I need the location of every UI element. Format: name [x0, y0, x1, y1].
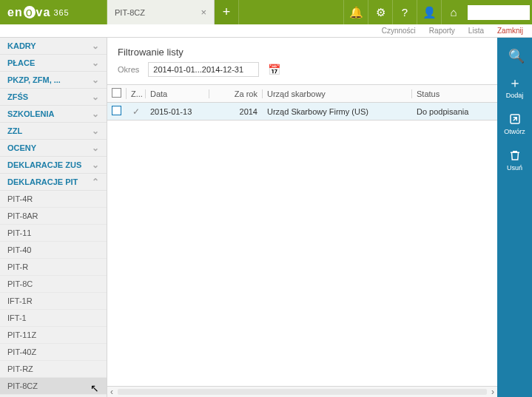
sublink-list[interactable]: Lista [468, 27, 484, 35]
sidebar-item-label: PIT-40Z [7, 347, 36, 356]
sidebar-item-label: PIT-RZ [7, 364, 33, 373]
sidebar-group-kadry[interactable]: KADRY⌄ [0, 38, 107, 55]
sublink-actions[interactable]: Czynności [382, 27, 416, 35]
sidebar-item-pit-11z[interactable]: PIT-11Z [0, 327, 107, 344]
sidebar-group-label: PŁACE [7, 58, 35, 67]
bell-icon: 🔔 [349, 6, 363, 19]
sidebar-group-deklaracje-zus[interactable]: DEKLARACJE ZUS⌄ [0, 157, 107, 174]
row-locked-icon: ✓ [127, 106, 146, 117]
column-status[interactable]: Status [412, 89, 497, 98]
sidebar-item-label: PIT-11 [7, 228, 31, 237]
sidebar-item-pit-r[interactable]: PIT-R [0, 259, 107, 276]
app-logo: enova 365 [0, 0, 107, 24]
sidebar-group-oceny[interactable]: OCENY⌄ [0, 140, 107, 157]
cell-rok: 2014 [209, 107, 263, 116]
chevron-down-icon: ⌄ [92, 92, 99, 102]
open-action[interactable]: Otwórz [497, 106, 532, 143]
notifications-button[interactable]: 🔔 [343, 0, 368, 24]
action-label: Otwórz [504, 128, 525, 135]
chevron-down-icon: ⌄ [92, 58, 99, 68]
plus-icon: + [223, 4, 231, 20]
scroll-right-icon[interactable]: › [491, 387, 494, 397]
data-grid: Z... Data Za rok Urząd skarbowy Status ✓… [107, 84, 497, 397]
sidebar-group-label: ZFŚS [7, 92, 28, 101]
home-icon: ⌂ [450, 6, 457, 18]
question-icon: ? [402, 6, 408, 18]
tab-title: PIT-8CZ [115, 8, 145, 17]
sidebar-group-zfss[interactable]: ZFŚS⌄ [0, 89, 107, 106]
sidebar: KADRY⌄ PŁACE⌄ PKZP, ZFM, ...⌄ ZFŚS⌄ SZKO… [0, 38, 107, 397]
add-action[interactable]: ＋ Dodaj [497, 70, 532, 106]
document-tab[interactable]: PIT-8CZ × [107, 0, 215, 24]
sidebar-item-label: PIT-R [7, 262, 28, 271]
action-label: Dodaj [506, 92, 524, 99]
topbar: enova 365 PIT-8CZ × + 🔔 ⚙ ? 👤 ⌂ [0, 0, 532, 24]
sidebar-group-pkzp[interactable]: PKZP, ZFM, ...⌄ [0, 72, 107, 89]
chevron-up-icon: ⌃ [92, 177, 99, 187]
cell-urzad: Urząd Skarbowy Firmy (US) [263, 107, 412, 116]
sidebar-item-pit-rz[interactable]: PIT-RZ [0, 361, 107, 378]
cell-status: Do podpisania [412, 107, 497, 116]
filter-okres-input[interactable]: 2014-01-01...2014-12-31 [148, 62, 259, 77]
scroll-left-icon[interactable]: ‹ [110, 387, 113, 397]
scroll-track[interactable] [118, 389, 487, 395]
column-urzad[interactable]: Urząd skarbowy [263, 89, 412, 98]
home-button[interactable]: ⌂ [441, 0, 465, 24]
settings-button[interactable]: ⚙ [368, 0, 392, 24]
header-checkbox[interactable] [107, 88, 127, 99]
sidebar-item-pit-8c[interactable]: PIT-8C [0, 276, 107, 293]
search-icon: 🔍 [508, 50, 522, 63]
cell-data: 2015-01-13 [146, 107, 209, 116]
sidebar-group-label: DEKLARACJE PIT [7, 177, 78, 186]
subbar: Czynności Raporty Lista Zamknij [0, 24, 532, 38]
add-tab-button[interactable]: + [215, 0, 239, 24]
search-action[interactable]: 🔍 [497, 44, 532, 70]
column-z[interactable]: Z... [127, 89, 146, 98]
sidebar-group-deklaracje-pit[interactable]: DEKLARACJE PIT⌃ [0, 174, 107, 191]
logo-suffix: 365 [53, 8, 69, 17]
sidebar-item-label: IFT-1 [7, 313, 27, 322]
action-label: Usuń [507, 164, 522, 172]
user-button[interactable]: 👤 [417, 0, 441, 24]
filter-row: Okres 2014-01-01...2014-12-31 📅 [107, 62, 497, 84]
column-data[interactable]: Data [146, 89, 209, 98]
top-search [465, 0, 532, 24]
sidebar-item-ift-1r[interactable]: IFT-1R [0, 293, 107, 310]
logo-accent: o [24, 6, 36, 18]
sidebar-group-label: KADRY [7, 41, 36, 50]
sidebar-group-zzl[interactable]: ZZL⌄ [0, 123, 107, 140]
chevron-down-icon: ⌄ [92, 41, 99, 51]
delete-action[interactable]: Usuń [497, 143, 532, 179]
column-rok[interactable]: Za rok [209, 89, 263, 98]
row-checkbox[interactable] [107, 106, 127, 117]
sidebar-group-place[interactable]: PŁACE⌄ [0, 55, 107, 72]
sublink-close[interactable]: Zamknij [497, 27, 523, 35]
sidebar-group-label: DEKLARACJE ZUS [7, 160, 81, 169]
sidebar-item-label: PIT-11Z [7, 330, 36, 339]
sidebar-group-szkolenia[interactable]: SZKOLENIA⌄ [0, 106, 107, 123]
open-icon [508, 112, 522, 126]
sidebar-item-label: PIT-8C [7, 279, 33, 288]
help-button[interactable]: ? [392, 0, 417, 24]
chevron-down-icon: ⌄ [92, 160, 99, 170]
sidebar-item-pit-11[interactable]: PIT-11 [0, 225, 107, 242]
close-icon[interactable]: × [201, 7, 206, 18]
logo-part: en [7, 6, 23, 18]
sidebar-item-pit-8ar[interactable]: PIT-8AR [0, 208, 107, 225]
sidebar-item-pit-40[interactable]: PIT-40 [0, 242, 107, 259]
sidebar-item-ift-1[interactable]: IFT-1 [0, 310, 107, 327]
table-row[interactable]: ✓ 2015-01-13 2014 Urząd Skarbowy Firmy (… [107, 103, 497, 121]
sidebar-item-label: PIT-40 [7, 245, 31, 254]
sidebar-item-pit-4r[interactable]: PIT-4R [0, 191, 107, 208]
sidebar-group-label: SZKOLENIA [7, 109, 55, 118]
sublink-reports[interactable]: Raporty [429, 27, 455, 35]
sidebar-item-pit-40z[interactable]: PIT-40Z [0, 344, 107, 361]
chevron-down-icon: ⌄ [92, 109, 99, 119]
search-input[interactable] [468, 5, 530, 20]
sidebar-item-pit-8cz[interactable]: PIT-8CZ [0, 378, 107, 395]
chevron-down-icon: ⌄ [92, 143, 99, 153]
trash-icon [508, 149, 522, 162]
horizontal-scrollbar[interactable]: ‹ › [107, 386, 497, 397]
sidebar-group-label: PKZP, ZFM, ... [7, 75, 61, 84]
calendar-icon[interactable]: 📅 [268, 64, 280, 75]
